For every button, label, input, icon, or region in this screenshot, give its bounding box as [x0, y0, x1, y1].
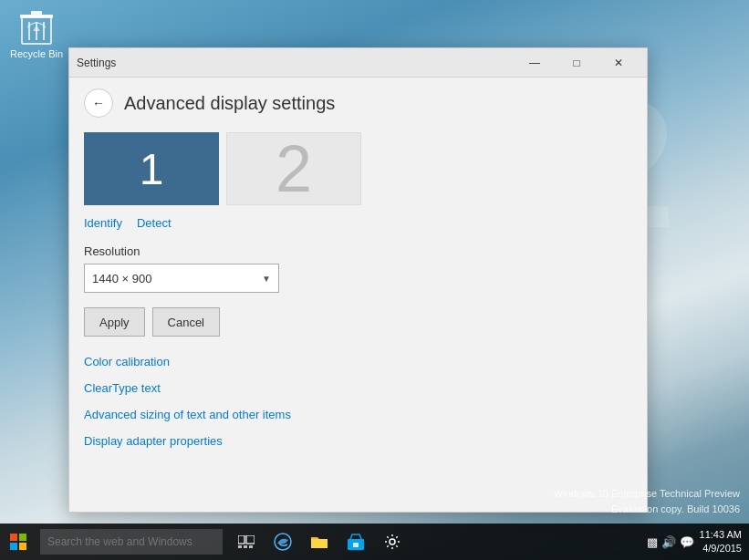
- title-bar: Settings — □ ✕: [69, 48, 647, 78]
- svg-rect-14: [249, 545, 253, 548]
- svg-rect-1: [20, 15, 53, 18]
- color-calibration-link[interactable]: Color calibration: [84, 355, 632, 368]
- svg-rect-6: [10, 534, 17, 541]
- resolution-label: Resolution: [84, 244, 632, 258]
- back-button[interactable]: ←: [84, 88, 113, 118]
- recycle-bin[interactable]: Recycle Bin: [9, 9, 64, 59]
- clock-time: 11:43 AM: [700, 528, 742, 542]
- settings-header: ← Advanced display settings: [69, 78, 647, 125]
- close-button[interactable]: ✕: [598, 48, 640, 78]
- window-controls: — □ ✕: [514, 48, 640, 78]
- desktop: 2 Recycle Bin Settings — □: [0, 0, 749, 560]
- tray-icons: ▩ 🔊 💬: [647, 535, 694, 549]
- svg-rect-8: [10, 543, 17, 550]
- monitor-1-number: 1: [140, 144, 164, 194]
- watermark-line1: Windows 10 Enterprise Technical Preview: [554, 486, 740, 502]
- edge-browser-icon[interactable]: [266, 525, 299, 558]
- file-explorer-icon[interactable]: [303, 525, 336, 558]
- minimize-button[interactable]: —: [514, 48, 556, 78]
- recycle-bin-icon: [18, 9, 55, 46]
- button-row: Apply Cancel: [84, 307, 632, 337]
- watermark: Windows 10 Enterprise Technical Preview …: [554, 486, 740, 516]
- svg-rect-2: [31, 11, 42, 15]
- watermark-line2: Evaluation copy. Build 10036: [554, 502, 740, 517]
- svg-rect-7: [19, 534, 26, 541]
- store-icon[interactable]: [339, 525, 372, 558]
- monitor-1-display[interactable]: 1: [84, 132, 219, 205]
- clock[interactable]: 11:43 AM 4/9/2015: [700, 528, 742, 556]
- settings-taskbar-icon[interactable]: [376, 525, 409, 558]
- clock-date: 4/9/2015: [700, 542, 742, 555]
- cancel-button[interactable]: Cancel: [152, 307, 220, 337]
- detect-link[interactable]: Detect: [137, 216, 172, 230]
- resolution-dropdown[interactable]: 1440 × 900 ▼: [84, 264, 279, 293]
- search-input[interactable]: [40, 529, 223, 555]
- taskbar-icons: [230, 525, 409, 558]
- maximize-button[interactable]: □: [556, 48, 598, 78]
- resolution-value: 1440 × 900: [92, 272, 151, 285]
- advanced-sizing-link[interactable]: Advanced sizing of text and other items: [84, 408, 632, 421]
- windows-logo-icon: [10, 534, 26, 550]
- taskbar: ▩ 🔊 💬 11:43 AM 4/9/2015: [0, 524, 749, 560]
- recycle-bin-label: Recycle Bin: [10, 48, 63, 59]
- svg-rect-9: [19, 543, 26, 550]
- settings-window: Settings — □ ✕ ← Advanced display settin…: [68, 47, 648, 513]
- display-adapter-link[interactable]: Display adapter properties: [84, 434, 632, 448]
- cleartype-text-link[interactable]: ClearType text: [84, 381, 632, 395]
- svg-rect-18: [353, 543, 359, 547]
- settings-body: Identify Detect Resolution 1440 × 900 ▼ …: [69, 209, 647, 512]
- apply-button[interactable]: Apply: [84, 307, 145, 337]
- monitor-area: 1 2: [69, 125, 647, 209]
- start-button[interactable]: [0, 524, 36, 560]
- monitor-2-display[interactable]: 2: [226, 132, 361, 205]
- system-tray: ▩ 🔊 💬 11:43 AM 4/9/2015: [647, 528, 749, 556]
- identify-detect-row: Identify Detect: [84, 216, 632, 230]
- svg-rect-11: [246, 535, 255, 544]
- svg-rect-13: [244, 545, 247, 548]
- settings-content: ← Advanced display settings 1 2 Identify…: [69, 78, 647, 512]
- identify-link[interactable]: Identify: [84, 216, 122, 230]
- network-icon: ▩: [647, 535, 658, 549]
- page-title: Advanced display settings: [124, 93, 335, 114]
- chevron-down-icon: ▼: [262, 274, 271, 284]
- notification-icon: 💬: [680, 535, 694, 549]
- svg-rect-16: [311, 539, 328, 548]
- volume-icon: 🔊: [661, 535, 676, 549]
- svg-rect-12: [238, 545, 242, 548]
- monitor-2-number: 2: [276, 136, 312, 202]
- back-arrow-icon: ←: [92, 96, 105, 110]
- task-view-button[interactable]: [230, 525, 263, 558]
- svg-point-19: [390, 539, 395, 544]
- window-title: Settings: [77, 57, 514, 69]
- svg-rect-10: [238, 535, 244, 544]
